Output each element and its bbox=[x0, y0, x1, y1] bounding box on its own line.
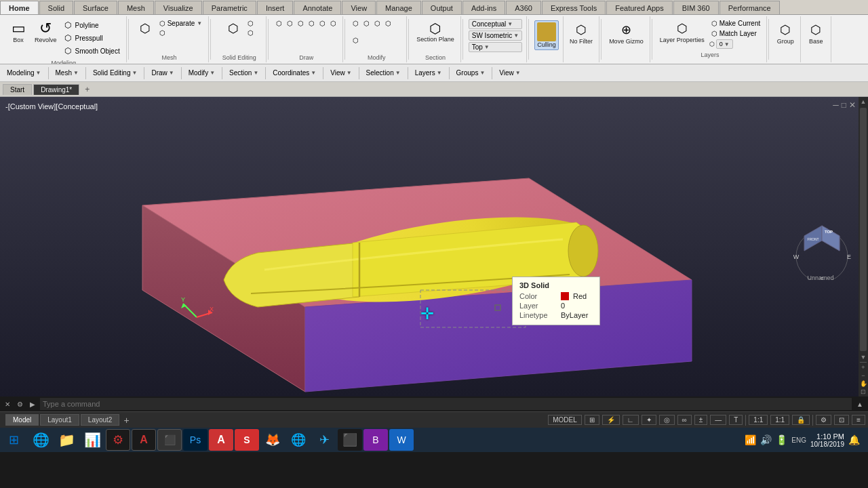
no-filter-button[interactable]: ⬡ No Filter bbox=[568, 20, 595, 46]
ortho-button[interactable]: ∟ bbox=[623, 415, 639, 425]
group-button[interactable]: ⬡ Group bbox=[774, 20, 796, 46]
solid-row2[interactable]: ⬡ bbox=[245, 28, 256, 37]
draw-btn5[interactable]: ⬡ bbox=[317, 19, 328, 28]
modify-btn1[interactable]: ⬡ bbox=[351, 19, 361, 28]
obj-track-button[interactable]: ∞ bbox=[677, 415, 692, 425]
section-plane-button[interactable]: ⬡ Section Plane bbox=[414, 19, 456, 45]
tab-output[interactable]: Output bbox=[422, 1, 462, 14]
mesh-smooth-button[interactable]: ⬡ bbox=[134, 19, 156, 38]
tab-annotate[interactable]: Annotate bbox=[294, 1, 341, 14]
tab-performance[interactable]: Performance bbox=[719, 1, 780, 14]
grid-button[interactable]: ⊞ bbox=[585, 415, 599, 425]
match-layer-button[interactable]: ⬡ Match Layer bbox=[709, 29, 763, 38]
taskbar-telegram[interactable]: ✈ bbox=[312, 429, 336, 451]
presspull-button[interactable]: ⬡ Presspull bbox=[60, 32, 122, 44]
taskbar-photoshop[interactable]: Ps bbox=[183, 429, 208, 451]
base-button[interactable]: ⬡ Base bbox=[805, 20, 827, 46]
snap-button[interactable]: ⚡ bbox=[602, 415, 620, 425]
tab-view[interactable]: View bbox=[342, 1, 376, 14]
close-icon[interactable]: ✕ bbox=[849, 100, 856, 110]
tab-featured[interactable]: Featured Apps bbox=[606, 1, 673, 14]
command-input[interactable] bbox=[40, 398, 852, 410]
taskbar-ie[interactable]: 🌐 bbox=[28, 429, 53, 451]
draw-btn6[interactable]: ⬡ bbox=[328, 19, 338, 28]
box-button[interactable]: ▭ Box bbox=[5, 19, 31, 45]
cmd-close-button[interactable]: ✕ bbox=[3, 401, 12, 408]
dyn-button[interactable]: ± bbox=[694, 415, 708, 425]
modify-btn5[interactable]: ⬡ bbox=[351, 36, 361, 45]
fit-icon[interactable]: ⊡ bbox=[861, 388, 866, 395]
taskbar-autocad[interactable]: A bbox=[132, 429, 156, 451]
anno-scale[interactable]: 1:1 bbox=[770, 415, 789, 425]
taskbar-autocad2[interactable]: A bbox=[209, 429, 233, 451]
subtoolbar-solid-editing[interactable]: Solid Editing ▼ bbox=[89, 68, 142, 78]
taskbar-browser[interactable]: 🌐 bbox=[286, 429, 311, 451]
layout2-tab[interactable]: Layout2 bbox=[81, 414, 120, 426]
start-button[interactable]: ⊞ bbox=[3, 429, 24, 451]
tab-mesh[interactable]: Mesh bbox=[118, 1, 154, 14]
trans-button[interactable]: T bbox=[729, 415, 743, 425]
zoom-in-icon[interactable]: + bbox=[861, 364, 865, 371]
tab-manage[interactable]: Manage bbox=[376, 1, 421, 14]
scroll-down-icon[interactable]: ▼ bbox=[861, 354, 867, 361]
layer-num-dropdown[interactable]: 0 ▼ bbox=[716, 39, 733, 49]
solid-row1[interactable]: ⬡ bbox=[245, 19, 256, 28]
scale-1-1[interactable]: 1:1 bbox=[749, 415, 768, 425]
tab-addins[interactable]: Add-ins bbox=[462, 1, 505, 14]
taskbar-word[interactable]: W bbox=[389, 429, 414, 451]
tab-start[interactable]: Start bbox=[3, 84, 32, 95]
clean-screen-button[interactable]: ⊡ bbox=[834, 415, 849, 425]
culling-button[interactable]: Culling bbox=[534, 20, 559, 50]
battery-icon[interactable]: 🔋 bbox=[776, 434, 787, 445]
viewport[interactable]: -[Custom View][Conceptual] ─ □ ✕ bbox=[0, 97, 868, 396]
lock-button[interactable]: 🔒 bbox=[792, 415, 810, 425]
subtoolbar-draw[interactable]: Draw ▼ bbox=[147, 68, 178, 78]
tab-parametric[interactable]: Parametric bbox=[203, 1, 256, 14]
pan-icon[interactable]: ✋ bbox=[860, 380, 867, 387]
top-dropdown[interactable]: Top ▼ bbox=[469, 42, 522, 52]
subtoolbar-modeling[interactable]: Modeling ▼ bbox=[3, 68, 45, 78]
obj-snap-button[interactable]: ◎ bbox=[659, 415, 675, 425]
smooth-button[interactable]: ⬡ Smooth Object bbox=[60, 45, 122, 57]
subtoolbar-mesh[interactable]: Mesh ▼ bbox=[52, 68, 83, 78]
layout1-tab[interactable]: Layout1 bbox=[40, 414, 79, 426]
notifications-icon[interactable]: 🔔 bbox=[848, 434, 860, 445]
solid-edit-btn[interactable]: ⬡ bbox=[222, 19, 244, 38]
modify-btn3[interactable]: ⬡ bbox=[372, 19, 382, 28]
tab-bim360[interactable]: BIM 360 bbox=[673, 1, 719, 14]
volume-icon[interactable]: 🔊 bbox=[760, 434, 772, 445]
model-tab[interactable]: Model bbox=[5, 414, 39, 426]
subtoolbar-modify[interactable]: Modify ▼ bbox=[184, 68, 219, 78]
taskbar-firefox[interactable]: 🦊 bbox=[260, 429, 285, 451]
taskbar-excel[interactable]: 📊 bbox=[80, 429, 104, 451]
maximize-icon[interactable]: □ bbox=[842, 100, 846, 110]
cmd-scroll-up[interactable]: ▲ bbox=[854, 401, 865, 408]
mesh-extra-button[interactable]: ⬡ bbox=[157, 28, 205, 37]
modify-btn4[interactable]: ⬡ bbox=[383, 19, 393, 28]
polyline-button[interactable]: ⬡ Polyline bbox=[60, 19, 122, 31]
tab-solid[interactable]: Solid bbox=[39, 1, 73, 14]
taskbar-app1[interactable]: ⬛ bbox=[157, 429, 182, 451]
tab-insert[interactable]: Insert bbox=[257, 1, 294, 14]
tab-surface[interactable]: Surface bbox=[74, 1, 117, 14]
subtoolbar-selection[interactable]: Selection ▼ bbox=[362, 68, 405, 78]
subtoolbar-view2[interactable]: View ▼ bbox=[495, 68, 524, 78]
cmd-arrow-icon[interactable]: ▶ bbox=[28, 401, 37, 408]
add-layout-button[interactable]: + bbox=[121, 415, 132, 426]
tab-express[interactable]: Express Tools bbox=[542, 1, 606, 14]
draw-btn2[interactable]: ⬡ bbox=[285, 19, 295, 28]
navigation-cube[interactable]: N S E W TOP FRONT Unnamed bbox=[793, 202, 848, 283]
zoom-out-icon[interactable]: − bbox=[861, 372, 865, 379]
subtoolbar-groups[interactable]: Groups ▼ bbox=[452, 68, 490, 78]
subtoolbar-view[interactable]: View ▼ bbox=[326, 68, 355, 78]
add-file-button[interactable]: + bbox=[81, 83, 94, 96]
network-icon[interactable]: 📶 bbox=[745, 434, 756, 445]
subtoolbar-section[interactable]: Section ▼ bbox=[225, 68, 262, 78]
taskbar-explorer[interactable]: 📁 bbox=[54, 429, 79, 451]
cmd-settings-icon[interactable]: ⚙ bbox=[15, 401, 25, 408]
revolve-button[interactable]: ↺ Revolve bbox=[33, 19, 59, 45]
taskbar-app2[interactable]: S bbox=[235, 429, 259, 451]
draw-btn1[interactable]: ⬡ bbox=[274, 19, 284, 28]
separate-button[interactable]: ⬡ Separate ▼ bbox=[157, 19, 205, 28]
taskbar-autocad-icon[interactable]: ⚙ bbox=[106, 429, 130, 451]
